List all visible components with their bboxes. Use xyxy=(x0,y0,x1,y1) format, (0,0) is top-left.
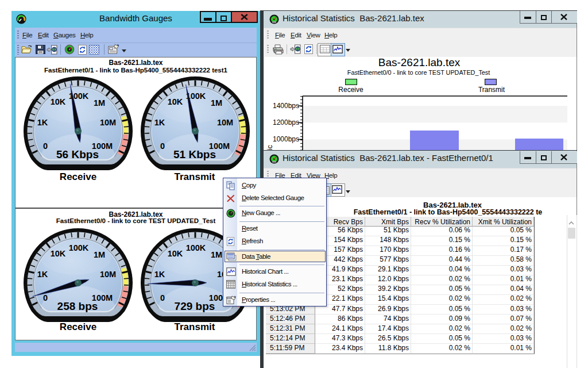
svg-text:10M: 10M xyxy=(100,270,116,279)
svg-text:Bas-2621.lab.tex: Bas-2621.lab.tex xyxy=(378,57,461,68)
svg-text:0: 0 xyxy=(160,293,164,302)
svg-text:1K: 1K xyxy=(37,118,48,127)
svg-text:Receive: Receive xyxy=(338,86,363,94)
svg-text:Transmit: Transmit xyxy=(478,86,505,94)
svg-text:10M: 10M xyxy=(216,118,233,127)
svg-text:1K: 1K xyxy=(154,118,165,127)
svg-text:100K: 100K xyxy=(69,243,89,252)
svg-text:10M: 10M xyxy=(99,118,115,127)
svg-text:1M: 1M xyxy=(93,98,105,108)
svg-text:1000bps: 1000bps xyxy=(273,135,299,143)
svg-text:729 bps: 729 bps xyxy=(174,300,215,312)
svg-text:1400bps: 1400bps xyxy=(273,102,299,110)
svg-text:100K: 100K xyxy=(185,243,206,252)
svg-text:258 bps: 258 bps xyxy=(57,300,98,312)
svg-text:1K: 1K xyxy=(37,270,48,279)
svg-text:FastEthernet0/0 - link to core: FastEthernet0/0 - link to core TEST UPDA… xyxy=(347,69,490,76)
svg-text:51 Kbps: 51 Kbps xyxy=(173,148,216,160)
svg-text:10K: 10K xyxy=(50,97,65,106)
svg-text:10K: 10K xyxy=(51,249,66,258)
svg-text:1M: 1M xyxy=(210,98,222,108)
svg-text:0: 0 xyxy=(43,293,48,302)
svg-text:1K: 1K xyxy=(154,270,165,279)
svg-text:1M: 1M xyxy=(94,250,105,259)
svg-text:10K: 10K xyxy=(167,249,183,258)
svg-text:56 Kbps: 56 Kbps xyxy=(56,148,99,160)
svg-text:10K: 10K xyxy=(167,97,183,106)
svg-text:0: 0 xyxy=(160,141,164,151)
svg-text:0: 0 xyxy=(42,141,47,151)
svg-text:1M: 1M xyxy=(210,250,222,259)
svg-text:1200bps: 1200bps xyxy=(273,118,299,126)
